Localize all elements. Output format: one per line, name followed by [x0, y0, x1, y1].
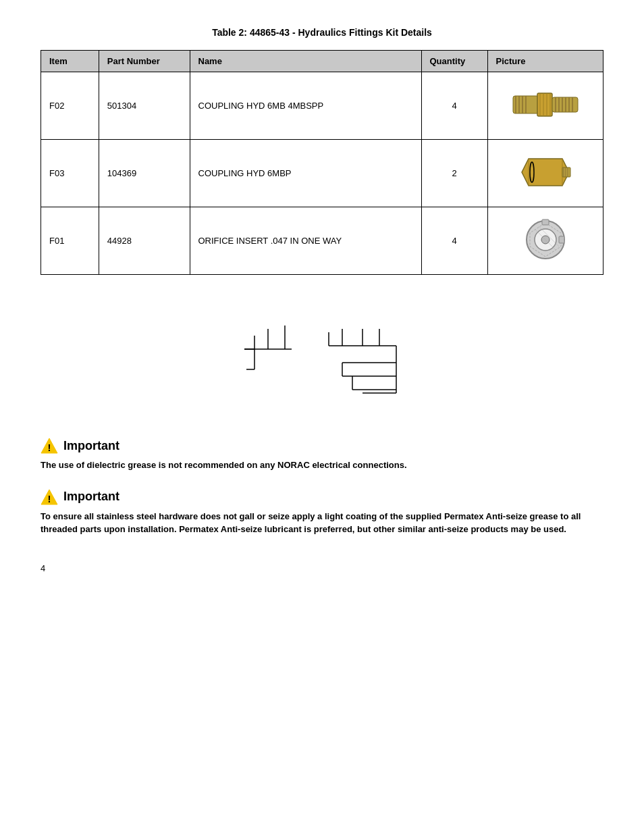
svg-rect-29	[542, 219, 549, 225]
cell-quantity: 2	[421, 140, 487, 207]
col-header-part: Part Number	[99, 51, 190, 72]
important-section-1: ! Important The use of dielectric grease…	[41, 437, 603, 472]
diagram-section	[41, 295, 603, 403]
cell-item: F03	[41, 140, 99, 207]
table-row: F02501304COUPLING HYD 6MB 4MBSPP4	[41, 72, 603, 140]
svg-rect-30	[559, 236, 564, 243]
cell-name: COUPLING HYD 6MBP	[190, 140, 421, 207]
important-text-1: The use of dielectric grease is not reco…	[41, 459, 603, 472]
col-header-name: Name	[190, 51, 421, 72]
part-image-orifice	[522, 216, 569, 263]
hydraulic-diagram	[187, 295, 457, 403]
col-header-qty: Quantity	[421, 51, 487, 72]
part-image-coupling1	[512, 81, 579, 128]
cell-picture	[487, 207, 603, 275]
cell-part-number: 44928	[99, 207, 190, 275]
cell-picture	[487, 140, 603, 207]
cell-part-number: 501304	[99, 72, 190, 140]
important-header-1: Important	[63, 439, 119, 453]
cell-name: ORIFICE INSERT .047 IN ONE WAY	[190, 207, 421, 275]
cell-quantity: 4	[421, 72, 487, 140]
cell-picture	[487, 72, 603, 140]
important-header-2: Important	[63, 490, 119, 504]
col-header-pic: Picture	[487, 51, 603, 72]
warning-icon-1: !	[41, 437, 58, 454]
cell-item: F02	[41, 72, 99, 140]
svg-text:!: !	[48, 442, 51, 453]
important-text-2: To ensure all stainless steel hardware d…	[41, 510, 603, 536]
parts-table: Item Part Number Name Quantity Picture F…	[41, 50, 603, 275]
cell-quantity: 4	[421, 207, 487, 275]
table-row: F03104369COUPLING HYD 6MBP2	[41, 140, 603, 207]
page-title: Table 2: 44865-43 - Hydraulics Fittings …	[41, 27, 603, 38]
part-image-coupling2	[518, 149, 572, 196]
svg-text:!: !	[48, 493, 51, 504]
col-header-item: Item	[41, 51, 99, 72]
warning-icon-2: !	[41, 488, 58, 506]
table-row: F0144928ORIFICE INSERT .047 IN ONE WAY4	[41, 207, 603, 275]
cell-item: F01	[41, 207, 99, 275]
important-section-2: ! Important To ensure all stainless stee…	[41, 488, 603, 536]
cell-part-number: 104369	[99, 140, 190, 207]
cell-name: COUPLING HYD 6MB 4MBSPP	[190, 72, 421, 140]
page-number: 4	[41, 563, 603, 573]
